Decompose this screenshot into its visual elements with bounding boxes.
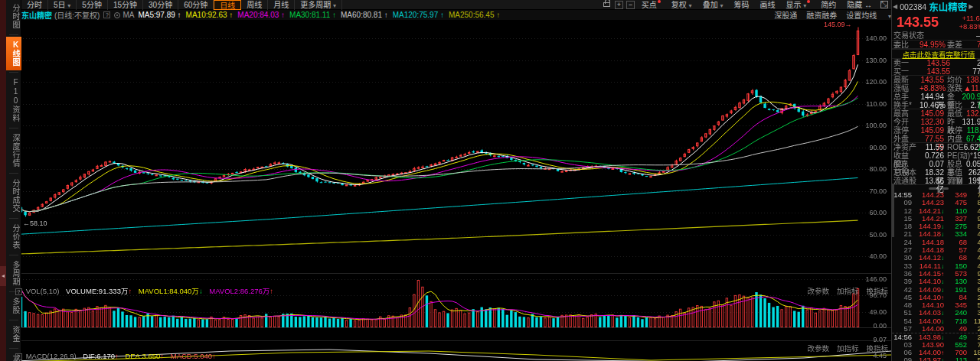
quote-row-总手: 总手144.94万 金额200.94亿 — [892, 93, 980, 101]
market-links: 深股通融资融券设置均线 ▾ — [765, 9, 891, 21]
period-buttons: 分时5日 ▾5分钟15分钟30分钟60分钟日线周线月线更多周期 ▾ — [21, 0, 342, 10]
tool-button-3[interactable]: 买点 — [636, 0, 666, 10]
trade-status-label: 交易状态 — [893, 31, 924, 40]
change-value: +11.65 — [962, 14, 980, 22]
vol-mavol2-value: MAVOL2:86.276万 — [209, 287, 270, 295]
sidebar-tab-5[interactable]: 分价表 — [6, 220, 21, 253]
tick-list[interactable]: 14:55 144.23 34977 09 144.23 47585 12 14… — [892, 191, 980, 361]
ma-value-MA30: MA30:81.11 ↑ — [289, 11, 336, 19]
pane-link-加指标[interactable]: 加指标 — [837, 287, 859, 295]
next-stock-arrow[interactable]: ▶ — [969, 3, 973, 10]
tool-button-4[interactable]: 复权 ▾ — [666, 0, 697, 10]
pane-link-改参数[interactable]: 改参数 — [807, 287, 829, 295]
vol-help-icon[interactable]: ? — [15, 288, 22, 295]
pane-link-加指标[interactable]: 加指标 — [837, 344, 859, 353]
zoom-icon[interactable]: + — [615, 1, 623, 9]
tick-row: 57 144.00 4927 — [892, 325, 980, 333]
scrollbar-thumb[interactable] — [892, 184, 894, 237]
quote-row-委比: 委比94.95% 委差75 — [892, 41, 980, 49]
order-row-卖一: 卖一 143.56 20 — [892, 59, 980, 67]
macd-indicator-name[interactable]: MACD(12,26,9) — [26, 352, 77, 360]
ma-settings-button[interactable]: 设置均线 ▾ — [846, 11, 891, 20]
ma-values: MA5:97.89 ↑MA10:92.63 ↑MA20:84.03 ↑MA30:… — [138, 11, 505, 19]
period-button-7[interactable]: 周线 — [241, 0, 268, 10]
period-button-3[interactable]: 15分钟 — [108, 0, 143, 10]
left-tab-bar: 分时图K线图F10资料深度行情分时成交分价表多周期多股资金龙虎榜 — [6, 0, 21, 361]
quote-row-涨幅: 涨幅+8.83% 涨跌▲11.6 — [892, 84, 980, 93]
ma-value-MA250: MA250:56.45 ↑ — [449, 11, 500, 19]
tool-button-9[interactable]: 简约 — [815, 0, 841, 10]
help-icon[interactable]: ? — [103, 11, 110, 18]
sidebar-tab-0[interactable]: 分时图 — [6, 0, 21, 33]
period-button-6[interactable]: 日线 — [214, 0, 241, 10]
collapse-handle-icon[interactable]: ◂ — [0, 266, 6, 286]
tool-button-5[interactable]: 叠加 ▾ — [697, 0, 729, 10]
sidebar-tab-4[interactable]: 分时成交 — [6, 175, 21, 216]
quote-rows-top: 委比94.95% 委差75 — [892, 41, 980, 49]
price-tick-label: 40.00 — [851, 252, 887, 260]
macd-help-icon[interactable]: ? — [15, 353, 22, 360]
high-price-marker: 145.09→ — [824, 21, 852, 28]
tool-button-10[interactable]: 隐藏 ↔ — [841, 0, 877, 10]
quote-row-外盘: 外盘77.55万 内盘67.40万 — [892, 135, 980, 143]
gear-icon[interactable] — [114, 12, 120, 18]
tool-button-7[interactable]: 画线 — [754, 0, 780, 10]
zoom-icon[interactable]: − — [626, 1, 635, 9]
sidebar-divider — [9, 128, 18, 128]
price-tick-label: 50.00 — [851, 231, 887, 239]
prev-stock-arrow[interactable]: ◀ — [893, 3, 897, 10]
sidebar-tab-1[interactable]: K线图 — [6, 37, 21, 70]
pane-link-换指标[interactable]: 换指标 — [866, 344, 888, 353]
period-button-4[interactable]: 30分钟 — [143, 0, 178, 10]
quote-panel: ◀ 002384 东山精密 ▶ 143.55 +11.65 +8.83% 交易状… — [891, 0, 980, 361]
period-button-9[interactable]: 更多周期 ▾ — [295, 0, 342, 10]
tool-button-6[interactable]: 筹码 — [728, 0, 754, 10]
sidebar-divider — [9, 72, 18, 73]
volume-tick-label: 49.00 — [851, 308, 887, 316]
sidebar-tab-7[interactable]: 多股 — [6, 294, 21, 318]
lock-icon[interactable] — [603, 2, 610, 7]
period-button-1[interactable]: 5日 ▾ — [48, 0, 77, 10]
sidebar-tab-2[interactable]: F10资料 — [6, 74, 21, 126]
price-tick-label: 110.00 — [851, 100, 887, 108]
trade-status-row: 交易状态 — — [892, 31, 980, 41]
price-tick-label: 90.00 — [851, 144, 887, 151]
kline-chart-canvas[interactable] — [0, 0, 891, 361]
order-row-买一: 买一 143.55 771 — [892, 67, 980, 76]
price-tick-label: 120.00 — [851, 78, 887, 86]
macd-pane-header: ? MACD(12,26,9) DIF:6.170↑ DEA:3.650↑ MA… — [14, 352, 216, 360]
quote-row-最新: 最新143.55 均价138.6 — [892, 76, 980, 84]
sidebar-divider — [9, 173, 18, 174]
quote-row-最高: 最高145.09 最低132.2 — [892, 109, 980, 118]
ma-value-MA120: MA120:75.97 ↑ — [393, 11, 444, 19]
fullscreen-icon[interactable] — [880, 1, 888, 8]
period-button-5[interactable]: 60分钟 — [178, 0, 214, 10]
alert-dot-icon — [658, 0, 661, 3]
tick-row: 09 143.97↓ 11356 — [892, 356, 980, 361]
period-button-0[interactable]: 分时 — [21, 0, 48, 10]
sidebar-tab-3[interactable]: 深度行情 — [6, 130, 21, 171]
sidebar-divider — [9, 255, 18, 255]
quote-row-换手*: 换手*10.46% 量比2.70 — [892, 101, 980, 109]
pane-link-改参数[interactable]: 改参数 — [807, 344, 829, 353]
ma-value-MA5: MA5:97.89 ↑ — [138, 11, 181, 19]
pane-link-换指标[interactable]: 换指标 — [866, 287, 888, 295]
price-tick-label: 70.00 — [851, 187, 887, 195]
macd-dif-value: DIF:6.170 — [83, 352, 115, 360]
full-quote-link[interactable]: 点击此处查看完整行情 — [892, 49, 980, 59]
last-price: 143.55 — [897, 15, 939, 31]
period-button-8[interactable]: 月线 — [268, 0, 295, 10]
market-link-0[interactable]: 深股通 — [774, 11, 797, 20]
stock-name: 东山精密 — [929, 0, 967, 14]
quote-row-股息TTM: 股息TTM0.07 股息率TTM0.059 — [892, 160, 980, 168]
sidebar-tab-8[interactable]: 资金 — [6, 322, 21, 346]
sidebar-divider — [9, 34, 18, 35]
period-button-2[interactable]: 5分钟 — [77, 0, 108, 10]
tool-button-8[interactable]: 显示 ▾ — [780, 0, 815, 10]
vol-indicator-name[interactable]: VOL(5,10) — [26, 287, 60, 295]
quote-row-流通股: 流通股13.86亿 流值1990亿 — [892, 177, 980, 185]
market-link-1[interactable]: 融资融券 — [806, 11, 837, 20]
volume-tick-label: 0.00 — [851, 322, 887, 330]
quote-row-涨停: 涨停145.09 跌停118.7 — [892, 126, 980, 135]
quote-header: ◀ 002384 东山精密 ▶ — [892, 0, 980, 13]
